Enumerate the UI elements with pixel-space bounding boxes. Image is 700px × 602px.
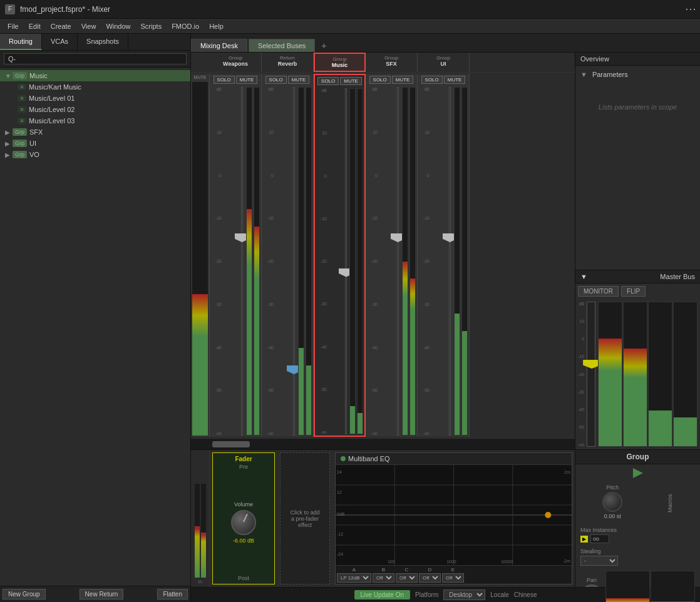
tree-arrow-music: ▼ [5,73,13,79]
tree-item-level03[interactable]: ≡ Music/Level 03 [0,115,190,126]
tab-selected-buses[interactable]: Selected Buses [249,39,315,52]
scale-10b: 10 [211,130,222,135]
master-meter-2-fill [624,349,647,446]
pitch-control: Pitch 0.00 st [602,484,622,519]
channel-strip-reverb: SOLO MUTE dB 10 0 -10 -20 -30 -40 [262,74,314,437]
menu-fmodio[interactable]: FMOD.io [167,21,204,31]
r-m10: -10 [263,216,274,220]
weapons-solo-button[interactable]: SOLO [214,76,235,84]
menu-file[interactable]: File [3,21,24,31]
weapons-fader-area: dB 10 0 -10 -20 -30 -40 -50 -oo [210,86,261,437]
eq-band-b-select[interactable]: Off [373,573,394,583]
sfx-mute-button[interactable]: MUTE [392,76,414,84]
ch-type-sfx: Group [367,55,416,61]
eq-band-e-select[interactable]: Off [442,573,464,583]
tree-badge-level02: ≡ [18,106,26,113]
tree-item-ui[interactable]: ▶ Grp UI [0,138,190,149]
m-inf: -oo [316,430,327,434]
r-inf: -oo [263,431,274,436]
sfx-solo-button[interactable]: SOLO [369,76,391,84]
reverb-solo-button[interactable]: SOLO [265,76,287,84]
tab-snapshots[interactable]: Snapshots [78,34,128,50]
tree-badge-vo: Grp [13,151,27,158]
ui-solo-button[interactable]: SOLO [421,76,443,84]
eq-band-d-select[interactable]: Off [419,573,441,583]
menu-help[interactable]: Help [204,21,229,31]
mixer-scrollbar-thumb[interactable] [212,441,250,447]
search-input[interactable] [4,53,187,64]
reverb-mute-button[interactable]: MUTE [288,76,310,84]
tree-label-sfx: SFX [29,128,43,136]
ui-mute-button[interactable]: MUTE [444,76,466,84]
eq-db-12: 12 [337,490,342,494]
tree-item-vo[interactable]: ▶ Grp VO [0,149,190,160]
weapons-fader-meters [224,87,260,436]
weapons-meter-right [254,87,260,436]
tab-vcas[interactable]: VCAs [42,34,78,50]
eq-active-dot [341,456,346,461]
click-add-effect[interactable]: Click to add a pre-fader effect [280,452,330,584]
tab-routing[interactable]: Routing [0,34,42,50]
max-inst-play-icon[interactable]: ▶ [580,536,588,543]
tree-item-kart-music[interactable]: ≡ Music/Kart Music [0,81,190,93]
menu-create[interactable]: Create [46,21,76,31]
menu-scripts[interactable]: Scripts [136,21,167,31]
eq-db-m12: -12 [337,532,343,536]
r-10: 10 [263,130,274,135]
menu-edit[interactable]: Edit [24,21,46,31]
new-group-button[interactable]: New Group [3,589,46,599]
weapons-mute-button[interactable]: MUTE [236,76,258,84]
minimize-button[interactable] [686,9,687,10]
ch-name-music: Music [316,62,363,68]
tree-item-music[interactable]: ▼ Grp Music [0,70,190,81]
tree-item-level02[interactable]: ≡ Music/Level 02 [0,104,190,115]
sfx-meter-left [402,87,408,436]
left-panel: Routing VCAs Snapshots ▼ Grp Music ≡ Mus… [0,34,191,602]
tab-add-button[interactable]: + [316,39,331,52]
tree-item-level01[interactable]: ≡ Music/Level 01 [0,93,190,104]
parameters-empty-text: Lists parameters in scope [580,103,695,111]
live-update-badge[interactable]: Live Update On [354,590,411,599]
new-return-button[interactable]: New Return [80,589,124,599]
channel-strip-music: SOLO MUTE dB 10 0 -10 -20 -30 -40 [314,74,366,437]
stealing-select[interactable]: - [580,556,618,566]
max-instances-label: Max Instances [580,527,695,533]
platform-label: Platform [415,591,438,598]
maximize-button[interactable] [690,9,691,10]
status-center: Live Update On Platform Desktop Locale C… [354,589,537,600]
music-mute-button[interactable]: MUTE [340,77,362,85]
tree-item-sfx[interactable]: ▶ Grp SFX [0,126,190,138]
master-meter-1 [598,302,622,447]
master-scale: dB 10 0 -10 -20 -30 -40 -50 -oo [578,302,584,447]
reverb-meter-left [298,87,304,436]
eq-db-right-neg: -2m [563,559,570,563]
mixer-scrollbar[interactable] [191,438,575,449]
music-solo-button[interactable]: SOLO [317,77,339,85]
eq-db-24: 24 [337,470,342,474]
m-m50: -50 [316,387,327,392]
master-bus-buttons: MONITOR FLIP [575,283,700,299]
ui-buttons: SOLO MUTE [418,74,469,86]
eq-band-c-select[interactable]: Off [396,573,418,583]
volume-knob[interactable] [231,510,256,535]
menu-window[interactable]: Window [101,21,135,31]
scale-m50: -50 [211,388,222,392]
master-bus-title: ▼ Master Bus [575,270,700,283]
menu-view[interactable]: View [76,21,101,31]
tab-mixing-desk[interactable]: Mixing Desk [191,39,247,52]
window-controls [686,9,695,10]
max-inst-input[interactable] [590,534,609,543]
master-meter-3 [648,302,672,447]
r-m20: -20 [263,259,274,263]
pitch-knob[interactable] [602,492,622,512]
scale-m30: -30 [211,302,222,307]
flip-button[interactable]: FLIP [621,286,646,297]
music-meters [349,88,363,434]
platform-select[interactable]: Desktop [443,589,485,600]
group-play-button[interactable] [633,468,643,478]
monitor-button[interactable]: MONITOR [578,286,619,297]
eq-band-a-select[interactable]: LP 12dB [337,573,371,583]
flatten-button[interactable]: Flatten [157,589,188,599]
close-button[interactable] [694,9,695,10]
reverb-meter-left-fill [299,348,304,435]
